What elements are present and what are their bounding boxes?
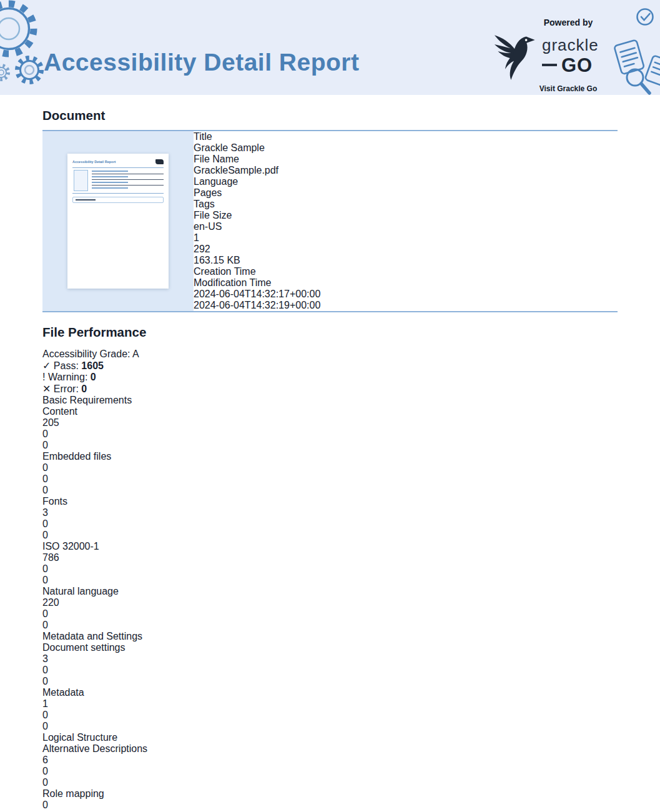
row-error-count: 0 — [42, 676, 618, 687]
table-section-header: Logical Structure — [42, 732, 618, 743]
visit-grackle-go-link[interactable]: Visit Grackle Go — [492, 84, 608, 93]
row-warning-count: 0 — [42, 518, 618, 530]
row-label: ISO 32000-1 — [42, 541, 618, 552]
pages-value: 1 — [194, 232, 320, 244]
row-label: Natural language — [42, 586, 618, 597]
thumbnail-document-block — [72, 167, 164, 194]
creation-time-value: 2024-06-04T14:32:17+00:00 — [194, 289, 320, 300]
table-row: Metadata100 — [42, 687, 618, 732]
row-warning-count: 0 — [42, 665, 618, 676]
row-label: Embedded files — [42, 451, 618, 462]
grackle-go-logo: Powered by grackle GO Visit Grackle Go — [492, 17, 608, 93]
language-value: en-US — [194, 221, 320, 232]
audit-doodles-icon — [609, 0, 660, 95]
row-warning-count: 0 — [42, 608, 618, 620]
table-section-header: Basic Requirements — [42, 395, 618, 406]
gears-icon — [0, 0, 60, 95]
pass-label: Pass: — [54, 360, 79, 371]
row-pass-count: 6 — [42, 755, 618, 766]
table-row: Content20500 — [42, 406, 618, 451]
row-pass-count: 1 — [42, 698, 618, 710]
row-warning-count: 0 — [42, 766, 618, 777]
table-row: ISO 32000-178600 — [42, 541, 618, 586]
row-pass-count: 0 — [42, 462, 618, 473]
file-size-label: File Size — [194, 210, 320, 221]
row-label: Alternative Descriptions — [42, 743, 618, 755]
row-label: Fonts — [42, 496, 618, 507]
error-summary: ✕ Error: 0 — [42, 383, 618, 395]
pass-icon: ✓ — [42, 360, 51, 371]
file-name-value: GrackleSample.pdf — [194, 165, 320, 176]
warning-label: Warning: — [48, 372, 87, 382]
performance-table: Basic RequirementsContent20500Embedded f… — [42, 395, 618, 812]
row-label: Content — [42, 406, 618, 417]
warning-summary: ! Warning: 0 — [42, 372, 618, 383]
row-error-count: 0 — [42, 440, 618, 451]
document-fields: Title Grackle Sample File Name GrackleSa… — [194, 131, 320, 311]
modification-time-label: Modification Time — [194, 277, 320, 289]
error-count: 0 — [81, 384, 87, 394]
document-section-heading: Document — [42, 108, 618, 123]
thumbnail-page-icon — [74, 170, 88, 191]
file-name-label: File Name — [194, 154, 320, 165]
table-row: Document settings300 — [42, 642, 618, 687]
document-thumbnail-panel: Accessibility Detail Report — [42, 131, 194, 311]
error-label: Error: — [54, 384, 79, 394]
pass-count: 1605 — [81, 360, 104, 371]
row-pass-count: 786 — [42, 552, 618, 563]
row-pass-count: 220 — [42, 597, 618, 608]
grackle-bird-icon — [492, 29, 541, 82]
thumbnail-lines — [92, 170, 164, 191]
language-label: Language — [194, 176, 320, 187]
pages-label: Pages — [194, 187, 320, 199]
row-pass-count: 0 — [42, 800, 618, 811]
warning-count: 0 — [91, 372, 96, 382]
row-error-count: 0 — [42, 575, 618, 586]
table-row: Alternative Descriptions600 — [42, 743, 618, 788]
tags-label: Tags — [194, 199, 320, 210]
row-error-count: 0 — [42, 620, 618, 631]
row-label: Metadata — [42, 687, 618, 698]
pass-summary: ✓ Pass: 1605 — [42, 360, 618, 372]
logo-go-text: GO — [561, 56, 593, 75]
modification-time-value: 2024-06-04T14:32:19+00:00 — [194, 300, 320, 311]
row-warning-count: 0 — [42, 473, 618, 485]
row-pass-count: 3 — [42, 653, 618, 665]
row-warning-count: 0 — [42, 428, 618, 440]
row-pass-count: 3 — [42, 507, 618, 518]
row-error-count: 0 — [42, 530, 618, 541]
table-row: Embedded files000 — [42, 451, 618, 496]
title-value: Grackle Sample — [194, 142, 320, 154]
table-section-header: Metadata and Settings — [42, 631, 618, 642]
row-label: Role mapping — [42, 788, 618, 800]
row-error-count: 0 — [42, 777, 618, 788]
document-panel: Accessibility Detail Report Title — [42, 130, 618, 312]
accessibility-grade-value: A — [132, 349, 139, 359]
powered-by-label: Powered by — [492, 17, 608, 27]
thumbnail-grade-bar — [72, 197, 164, 203]
table-row: Fonts300 — [42, 496, 618, 541]
accessibility-grade-label: Accessibility Grade: — [42, 349, 131, 359]
table-row: Role mapping000 — [42, 788, 618, 812]
row-error-count: 0 — [42, 485, 618, 496]
document-thumbnail: Accessibility Detail Report — [67, 154, 169, 289]
row-label: Document settings — [42, 642, 618, 653]
page-title: Accessibility Detail Report — [44, 49, 360, 76]
warning-icon: ! — [42, 372, 45, 382]
creation-time-label: Creation Time — [194, 266, 320, 277]
file-performance-heading: File Performance — [42, 325, 618, 340]
row-pass-count: 205 — [42, 417, 618, 428]
report-header: Accessibility Detail Report Powered by g… — [0, 0, 660, 95]
row-warning-count: 0 — [42, 563, 618, 575]
thumbnail-title: Accessibility Detail Report — [72, 160, 116, 164]
file-size-value: 163.15 KB — [194, 255, 320, 266]
thumbnail-logo-icon — [155, 159, 164, 164]
tags-value: 292 — [194, 244, 320, 255]
table-row: Natural language22000 — [42, 586, 618, 631]
row-error-count: 0 — [42, 721, 618, 732]
title-label: Title — [194, 131, 320, 142]
error-icon: ✕ — [42, 384, 51, 394]
row-warning-count: 0 — [42, 710, 618, 721]
grade-summary-bar: Accessibility Grade: A ✓ Pass: 1605 ! Wa… — [42, 349, 618, 395]
logo-dash — [542, 64, 557, 66]
